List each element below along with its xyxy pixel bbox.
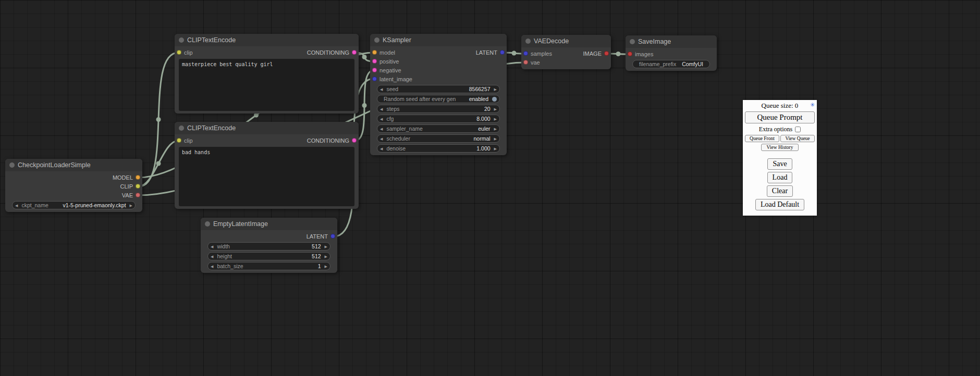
input-slot-latent-image[interactable]: latent_image (370, 76, 412, 82)
queue-front-button[interactable]: Queue Front (745, 135, 779, 142)
output-slot-image[interactable]: IMAGE (583, 51, 611, 57)
output-slot-clip[interactable]: CLIP (120, 183, 142, 190)
vae-port-icon[interactable] (523, 60, 528, 65)
model-port-icon[interactable] (372, 50, 377, 55)
increment-arrow-icon[interactable]: ▶ (325, 255, 327, 258)
conditioning-port-icon[interactable] (372, 59, 377, 64)
seed-number-widget[interactable]: ◀ seed 8566257 ▶ (377, 85, 500, 93)
latent-port-icon[interactable] (523, 51, 528, 56)
output-slot-conditioning[interactable]: CONDITIONING (307, 137, 359, 144)
input-slot-clip[interactable]: clip (175, 137, 193, 144)
denoise-number-widget[interactable]: ◀ denoise 1.000 ▶ (377, 144, 500, 153)
input-slot-vae[interactable]: vae (521, 59, 540, 66)
view-queue-button[interactable]: View Queue (780, 135, 815, 142)
node-status-dot[interactable] (179, 37, 184, 43)
node-status-dot[interactable] (525, 39, 531, 44)
input-slot-samples[interactable]: samples (521, 51, 552, 57)
conditioning-port-icon[interactable] (372, 68, 377, 72)
random-seed-toggle-widget[interactable]: Random seed after every gen enabled (377, 95, 500, 103)
node-title-bar[interactable]: CLIPTextEncode (175, 122, 359, 134)
node-status-dot[interactable] (630, 39, 635, 44)
decrement-arrow-icon[interactable]: ◀ (211, 255, 213, 258)
increment-arrow-icon[interactable]: ▶ (325, 245, 327, 248)
steps-number-widget[interactable]: ◀ steps 20 ▶ (377, 105, 500, 113)
image-port-icon[interactable] (628, 52, 632, 56)
scheduler-combo-widget[interactable]: ◀ scheduler normal ▶ (377, 134, 500, 143)
prompt-textarea[interactable]: masterpiece best quality girl (179, 59, 354, 111)
node-graph-canvas[interactable]: CheckpointLoaderSimple MODEL CLIP VAE (0, 0, 980, 376)
view-history-button[interactable]: View History (761, 144, 799, 151)
queue-prompt-button[interactable]: Queue Prompt (745, 111, 815, 123)
filename-prefix-text-widget[interactable]: filename_prefix ComfyUI (632, 60, 710, 68)
output-slot-latent[interactable]: LATENT (476, 49, 507, 56)
combo-prev-arrow-icon[interactable]: ◀ (15, 204, 18, 207)
increment-arrow-icon[interactable]: ▶ (325, 265, 327, 268)
node-title-bar[interactable]: VAEDecode (521, 35, 611, 47)
node-save-image[interactable]: SaveImage images filename_prefix ComfyUI (626, 35, 717, 71)
sampler-name-combo-widget[interactable]: ◀ sampler_name euler ▶ (377, 124, 500, 133)
node-title-bar[interactable]: SaveImage (626, 35, 717, 48)
height-number-widget[interactable]: ◀ height 512 ▶ (207, 252, 330, 260)
decrement-arrow-icon[interactable]: ◀ (380, 87, 383, 91)
node-title-bar[interactable]: CLIPTextEncode (175, 34, 359, 46)
node-clip-text-encode-positive[interactable]: CLIPTextEncode clip CONDITIONING masterp… (175, 34, 359, 114)
node-status-dot[interactable] (374, 37, 379, 43)
decrement-arrow-icon[interactable]: ◀ (380, 107, 383, 111)
ckpt-name-combo-widget[interactable]: ◀ ckpt_name v1-5-pruned-emaonly.ckpt ▶ (12, 201, 136, 209)
clip-port-icon[interactable] (136, 184, 140, 189)
input-slot-model[interactable]: model (370, 49, 395, 56)
input-slot-positive[interactable]: positive (370, 58, 399, 65)
image-port-icon[interactable] (604, 51, 609, 56)
increment-arrow-icon[interactable]: ▶ (494, 87, 497, 91)
toggle-on-icon[interactable] (492, 97, 497, 102)
decrement-arrow-icon[interactable]: ◀ (211, 245, 213, 248)
increment-arrow-icon[interactable]: ▶ (494, 147, 497, 151)
node-checkpoint-loader-simple[interactable]: CheckpointLoaderSimple MODEL CLIP VAE (5, 159, 142, 212)
load-button[interactable]: Load (767, 172, 793, 183)
conditioning-port-icon[interactable] (352, 50, 357, 55)
node-empty-latent-image[interactable]: EmptyLatentImage LATENT ◀ width 512 ▶ ◀ … (201, 218, 337, 273)
input-slot-images[interactable]: images (626, 51, 653, 57)
latent-port-icon[interactable] (372, 77, 377, 81)
vae-port-icon[interactable] (136, 193, 140, 197)
prompt-textarea[interactable]: bad hands (179, 147, 354, 206)
combo-next-arrow-icon[interactable]: ▶ (130, 204, 132, 207)
input-slot-clip[interactable]: clip (175, 49, 193, 56)
width-number-widget[interactable]: ◀ width 512 ▶ (207, 242, 330, 250)
decrement-arrow-icon[interactable]: ◀ (380, 147, 383, 151)
output-slot-vae[interactable]: VAE (122, 192, 142, 198)
save-button[interactable]: Save (767, 158, 792, 170)
increment-arrow-icon[interactable]: ▶ (494, 107, 497, 111)
combo-prev-arrow-icon[interactable]: ◀ (380, 137, 383, 141)
model-port-icon[interactable] (136, 175, 140, 180)
increment-arrow-icon[interactable]: ▶ (494, 117, 497, 121)
node-vae-decode[interactable]: VAEDecode samples IMAGE vae (521, 35, 611, 69)
node-clip-text-encode-negative[interactable]: CLIPTextEncode clip CONDITIONING bad han… (175, 122, 359, 209)
clip-port-icon[interactable] (177, 50, 181, 55)
input-slot-negative[interactable]: negative (370, 67, 401, 73)
decrement-arrow-icon[interactable]: ◀ (380, 117, 383, 121)
node-status-dot[interactable] (9, 162, 15, 168)
combo-next-arrow-icon[interactable]: ▶ (494, 127, 497, 131)
output-slot-model[interactable]: MODEL (113, 174, 142, 181)
clear-button[interactable]: Clear (767, 185, 793, 197)
output-slot-conditioning[interactable]: CONDITIONING (307, 49, 359, 56)
cfg-number-widget[interactable]: ◀ cfg 8.000 ▶ (377, 115, 500, 123)
node-status-dot[interactable] (205, 221, 210, 227)
clip-port-icon[interactable] (177, 138, 181, 143)
decrement-arrow-icon[interactable]: ◀ (211, 265, 213, 268)
menu-header[interactable]: Queue size: 0 ✳ (745, 101, 815, 111)
node-title-bar[interactable]: CheckpointLoaderSimple (5, 159, 142, 171)
load-default-button[interactable]: Load Default (755, 199, 804, 210)
latent-port-icon[interactable] (330, 234, 335, 239)
batch-size-number-widget[interactable]: ◀ batch_size 1 ▶ (207, 262, 330, 270)
node-title-bar[interactable]: KSampler (370, 34, 507, 46)
output-slot-latent[interactable]: LATENT (307, 233, 337, 240)
extra-options-checkbox[interactable] (795, 127, 801, 132)
node-title-bar[interactable]: EmptyLatentImage (201, 218, 337, 230)
settings-gear-icon[interactable]: ✳ (810, 102, 815, 108)
latent-port-icon[interactable] (500, 50, 505, 55)
node-status-dot[interactable] (179, 126, 184, 131)
conditioning-port-icon[interactable] (352, 138, 357, 143)
combo-next-arrow-icon[interactable]: ▶ (494, 137, 497, 141)
